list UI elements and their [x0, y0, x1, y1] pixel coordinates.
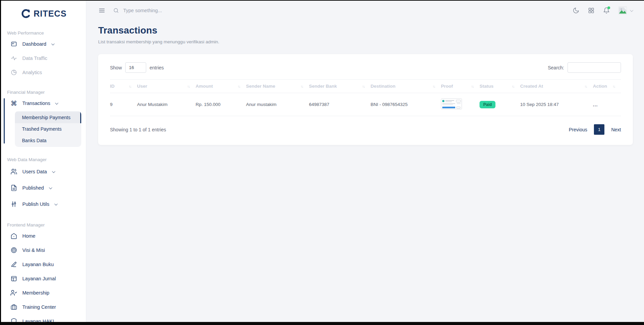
transactions-submenu: Membership Payments Trashed Payments Ban…	[15, 111, 81, 147]
home-icon	[10, 232, 18, 240]
sidebar-item-training-center[interactable]: Training Center	[1, 300, 86, 314]
show-label: Show	[110, 65, 122, 70]
users-icon	[10, 168, 18, 175]
column-header-action[interactable]: Action↑↓	[593, 80, 621, 93]
hamburger-icon	[98, 7, 106, 14]
pagination-previous-button[interactable]: Previous	[569, 127, 587, 132]
entries-label: entries	[150, 65, 164, 70]
sort-icon: ↑↓	[301, 84, 303, 88]
sidebar-item-publish-utils[interactable]: Publish Utils	[1, 196, 86, 212]
sidebar-item-label: Published	[22, 185, 44, 191]
app-window: RITECS Web Performance Dashboard Data Tr…	[0, 0, 644, 325]
sidebar-item-label: Layanan Buku	[22, 262, 54, 267]
sidebar-item-analytics[interactable]: Analytics	[1, 65, 86, 80]
column-header-sender-name[interactable]: Sender Name↑↓	[246, 80, 309, 93]
cell-sender-bank: 64987387	[309, 93, 371, 116]
sort-icon: ↑↓	[613, 84, 615, 88]
pagination-page-1[interactable]: 1	[594, 124, 604, 135]
sidebar-item-users-data[interactable]: Users Data	[1, 164, 86, 180]
sort-icon: ↑↓	[432, 84, 435, 88]
section-title-frontend-manager: Frontend Manager	[7, 222, 86, 228]
cell-proof	[441, 93, 480, 116]
sidebar-item-label: Layanan Jurnal	[22, 276, 56, 281]
sidebar-item-layanan-buku[interactable]: Layanan Buku	[1, 257, 86, 272]
sidebar-item-label: Analytics	[22, 70, 42, 75]
brand-logo[interactable]: RITECS	[1, 1, 86, 20]
chevron-down-icon	[51, 42, 54, 45]
sidebar: RITECS Web Performance Dashboard Data Tr…	[1, 1, 86, 322]
column-header-id[interactable]: ID↑↓	[110, 80, 137, 93]
sidebar-item-membership[interactable]: Membership	[1, 286, 86, 300]
cell-destination: BNI - 0987654325	[371, 93, 441, 116]
sidebar-item-label: Training Center	[22, 304, 56, 310]
cell-status: Paid	[480, 93, 520, 116]
shield-icon	[10, 318, 18, 322]
row-actions-button[interactable]: ...	[593, 102, 598, 107]
user-check-icon	[10, 289, 18, 297]
apps-menu-button[interactable]	[588, 7, 595, 14]
sidebar-item-data-traffic[interactable]: Data Traffic	[1, 51, 86, 65]
sidebar-item-label: Visi & Misi	[22, 247, 45, 253]
pagination-next-button[interactable]: Next	[611, 127, 621, 132]
brand-name: RITECS	[34, 9, 67, 19]
sidebar-item-label: Layanan HAKI	[22, 319, 54, 322]
main-area: Transactions List transaksi membership y…	[86, 1, 644, 322]
transactions-table: ID↑↓ User↑↓ Amount↑↓ Sender Name↑↓ Sende…	[110, 79, 621, 116]
sort-icon: ↑↓	[512, 84, 514, 88]
column-header-status[interactable]: Status↑↓	[480, 80, 520, 93]
cell-created-at: 10 Sep 2025 18:47	[520, 93, 593, 116]
pie-chart-icon	[10, 69, 18, 76]
menu-toggle-button[interactable]	[98, 7, 106, 14]
section-title-web-performance: Web Performance	[7, 30, 86, 36]
sidebar-item-layanan-haki[interactable]: Layanan HAKI	[1, 314, 86, 322]
cell-amount: Rp. 150.000	[196, 93, 246, 116]
proof-thumbnail[interactable]	[441, 99, 462, 109]
sort-icon: ↑↓	[471, 84, 473, 88]
global-search-input[interactable]	[123, 8, 231, 13]
table-search-input[interactable]	[568, 62, 621, 73]
sidebar-item-label: Home	[22, 233, 36, 239]
table-header-row: ID↑↓ User↑↓ Amount↑↓ Sender Name↑↓ Sende…	[110, 80, 621, 93]
pagination: Previous 1 Next	[569, 124, 621, 135]
table-row: 9 Anur Mustakim Rp. 150.000 Anur mustaki…	[110, 93, 621, 116]
sidebar-item-label: Users Data	[22, 169, 47, 174]
sidebar-item-dashboard[interactable]: Dashboard	[1, 37, 86, 51]
page-content: Transactions List transaksi membership y…	[86, 20, 644, 145]
section-title-web-data-manager: Web Data Manager	[7, 157, 86, 162]
section-title-financial-manager: Financial Manager	[7, 90, 86, 95]
cell-user: Anur Mustakim	[137, 93, 196, 116]
dark-mode-toggle[interactable]	[573, 7, 579, 14]
cell-sender-name: Anur mustakim	[246, 93, 309, 116]
sort-icon: ↑↓	[238, 84, 240, 88]
status-badge: Paid	[480, 101, 495, 108]
pen-icon	[10, 261, 18, 268]
sidebar-item-published[interactable]: Published	[1, 180, 86, 196]
grid-icon	[588, 7, 595, 14]
notifications-button[interactable]	[603, 7, 610, 14]
sidebar-item-transactions[interactable]: ⌘ Transactions	[1, 96, 86, 110]
column-header-destination[interactable]: Destination↑↓	[371, 80, 441, 93]
brand-logo-icon	[20, 8, 31, 19]
entries-info: Showing 1 to 1 of 1 entries	[110, 127, 166, 132]
entries-count-input[interactable]	[125, 62, 146, 73]
sidebar-subitem-membership-payments[interactable]: Membership Payments	[15, 112, 81, 123]
file-text-icon	[10, 184, 18, 192]
column-header-proof[interactable]: Proof↑↓	[441, 80, 480, 93]
user-menu[interactable]	[618, 6, 633, 15]
chevron-down-icon	[52, 170, 55, 173]
column-header-amount[interactable]: Amount↑↓	[196, 80, 246, 93]
column-header-user[interactable]: User↑↓	[137, 80, 196, 93]
sidebar-item-label: Transactions	[22, 101, 50, 106]
transactions-card: Show entries Search:	[98, 54, 633, 145]
sidebar-item-visi-misi[interactable]: Visi & Misi	[1, 243, 86, 257]
sort-icon: ↑↓	[129, 84, 131, 88]
column-header-sender-bank[interactable]: Sender Bank↑↓	[309, 80, 371, 93]
moon-icon	[573, 7, 579, 14]
search-icon	[113, 7, 119, 14]
sidebar-item-home[interactable]: Home	[1, 229, 86, 243]
column-header-created-at[interactable]: Created At↑↓	[520, 80, 593, 93]
sidebar-subitem-banks-data[interactable]: Banks Data	[15, 135, 81, 146]
sidebar-subitem-trashed-payments[interactable]: Trashed Payments	[15, 123, 81, 135]
sidebar-item-layanan-jurnal[interactable]: Layanan Jurnal	[1, 272, 86, 286]
layout-icon	[10, 275, 18, 282]
